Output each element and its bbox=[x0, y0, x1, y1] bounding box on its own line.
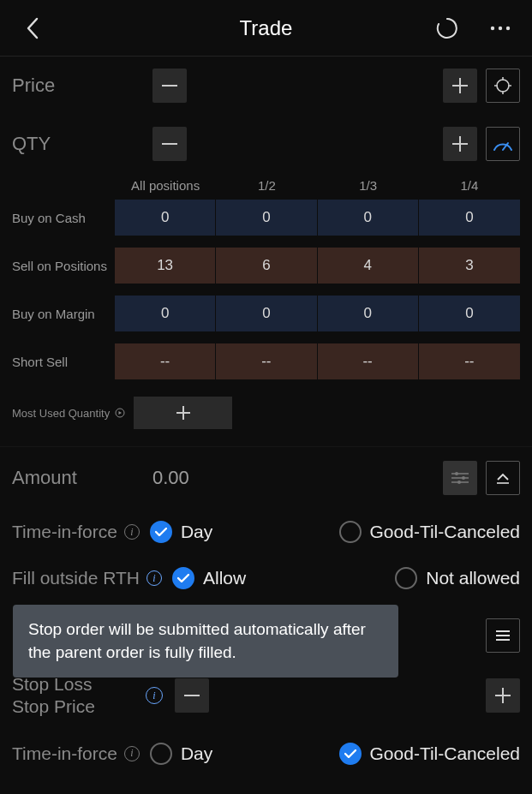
radio-unchecked-icon bbox=[395, 567, 417, 589]
quantity-cell[interactable]: 6 bbox=[216, 248, 317, 284]
col-all: All positions bbox=[115, 178, 216, 193]
info-icon[interactable]: i bbox=[124, 746, 140, 761]
ellipsis-icon bbox=[490, 26, 511, 31]
quantity-cell[interactable]: 0 bbox=[216, 200, 317, 236]
info-icon[interactable]: i bbox=[146, 570, 162, 586]
fill-outside-label: Fill outside RTH i bbox=[12, 568, 162, 588]
quantity-cell[interactable]: 0 bbox=[216, 296, 317, 331]
quantity-cell[interactable]: 0 bbox=[115, 200, 216, 236]
col-1-4: 1/4 bbox=[419, 178, 520, 193]
page-title: Trade bbox=[240, 16, 293, 40]
stop-tif-option-day[interactable]: Day bbox=[150, 743, 212, 765]
most-used-label: Most Used Quantity bbox=[12, 407, 125, 420]
plus-icon bbox=[452, 78, 468, 93]
plus-icon bbox=[452, 136, 468, 152]
info-icon[interactable]: i bbox=[146, 687, 163, 704]
svg-point-0 bbox=[491, 26, 494, 29]
radio-unchecked-icon bbox=[150, 743, 172, 765]
price-minus-button[interactable] bbox=[152, 69, 187, 103]
radio-checked-icon bbox=[150, 521, 172, 543]
back-button[interactable] bbox=[15, 11, 50, 45]
quantity-row: Buy on Margin0000 bbox=[12, 296, 520, 331]
quantity-cell[interactable]: -- bbox=[216, 343, 317, 379]
amount-label: Amount bbox=[12, 467, 140, 489]
quantity-cell[interactable]: 0 bbox=[419, 296, 520, 331]
price-target-button[interactable] bbox=[486, 69, 520, 103]
menu-icon bbox=[494, 629, 511, 642]
refresh-button[interactable] bbox=[431, 11, 463, 45]
quantity-cell[interactable]: 13 bbox=[115, 248, 216, 284]
quantity-cell[interactable]: 4 bbox=[318, 248, 419, 284]
sliders-icon bbox=[451, 470, 469, 486]
qty-label: QTY bbox=[12, 133, 140, 155]
time-in-force-row: Time-in-force i Day Good-Til-Canceled bbox=[0, 509, 532, 555]
quantity-cell[interactable]: -- bbox=[318, 343, 419, 379]
svg-point-2 bbox=[506, 26, 510, 29]
amount-sliders-button[interactable] bbox=[443, 461, 477, 495]
quantity-row: Short Sell-------- bbox=[12, 343, 520, 379]
crosshair-icon bbox=[493, 75, 513, 96]
svg-rect-3 bbox=[162, 85, 177, 87]
gauge-icon bbox=[492, 135, 514, 152]
quantity-cell[interactable]: 0 bbox=[115, 296, 216, 331]
quantity-cell[interactable]: 3 bbox=[419, 248, 520, 284]
stop-loss-label: Stop Loss Stop Price bbox=[12, 673, 140, 719]
header: Trade bbox=[0, 0, 532, 57]
chevron-up-box-icon bbox=[494, 471, 511, 485]
quantity-row: Buy on Cash0000 bbox=[12, 200, 520, 236]
qty-gauge-button[interactable] bbox=[486, 127, 520, 161]
tif-option-day[interactable]: Day bbox=[150, 521, 212, 543]
quantity-row: Sell on Positions13643 bbox=[12, 248, 520, 284]
radio-checked-icon bbox=[339, 743, 362, 765]
plus-icon bbox=[176, 406, 190, 420]
fill-outside-rth-row: Fill outside RTH i Allow Not allowed bbox=[0, 555, 532, 601]
quantity-cell[interactable]: -- bbox=[115, 343, 216, 379]
svg-rect-5 bbox=[162, 143, 177, 145]
col-1-3: 1/3 bbox=[318, 178, 419, 193]
amount-collapse-button[interactable] bbox=[486, 461, 520, 495]
price-plus-button[interactable] bbox=[443, 69, 477, 103]
svg-point-9 bbox=[455, 472, 458, 475]
attached-order-menu-button[interactable] bbox=[486, 618, 520, 653]
expand-icon bbox=[115, 408, 125, 418]
amount-row: Amount 0.00 bbox=[0, 446, 532, 509]
stop-price-minus-button[interactable] bbox=[175, 678, 209, 713]
quantity-cell[interactable]: 0 bbox=[318, 296, 419, 331]
radio-checked-icon bbox=[172, 567, 194, 589]
qty-minus-button[interactable] bbox=[152, 127, 187, 161]
price-row: Price bbox=[0, 57, 532, 115]
tif-label: Time-in-force i bbox=[12, 522, 140, 542]
quantity-cell[interactable]: -- bbox=[419, 343, 520, 379]
quantity-cell[interactable]: 0 bbox=[318, 200, 419, 236]
fill-option-not-allowed[interactable]: Not allowed bbox=[395, 567, 520, 589]
quantity-row-label: Short Sell bbox=[12, 355, 115, 369]
qty-row: QTY bbox=[0, 115, 532, 173]
tooltip: Stop order will be submitted automatical… bbox=[13, 605, 398, 678]
fill-option-allow[interactable]: Allow bbox=[172, 567, 246, 589]
svg-point-4 bbox=[497, 80, 509, 92]
minus-icon bbox=[162, 85, 177, 87]
amount-value: 0.00 bbox=[152, 467, 189, 489]
more-button[interactable] bbox=[484, 11, 517, 45]
info-icon[interactable]: i bbox=[124, 524, 140, 540]
quantity-row-label: Sell on Positions bbox=[12, 259, 115, 273]
col-1-2: 1/2 bbox=[216, 178, 317, 193]
minus-icon bbox=[162, 143, 177, 145]
chevron-left-icon bbox=[25, 16, 40, 40]
add-most-used-button[interactable] bbox=[134, 397, 232, 429]
quantity-table-header: All positions 1/2 1/3 1/4 bbox=[12, 178, 520, 193]
quantity-cell[interactable]: 0 bbox=[419, 200, 520, 236]
svg-point-1 bbox=[499, 26, 502, 29]
svg-rect-18 bbox=[184, 695, 200, 696]
stop-price-plus-button[interactable] bbox=[486, 678, 520, 713]
qty-plus-button[interactable] bbox=[443, 127, 477, 161]
stop-tif-option-gtc[interactable]: Good-Til-Canceled bbox=[339, 743, 520, 765]
stop-tif-label: Time-in-force i bbox=[12, 743, 140, 764]
minus-icon bbox=[184, 695, 200, 696]
svg-point-11 bbox=[462, 476, 465, 480]
stop-loss-price-row: Stop Loss Stop Price i bbox=[0, 670, 532, 731]
stop-tif-row: Time-in-force i Day Good-Til-Canceled bbox=[0, 731, 532, 777]
most-used-row: Most Used Quantity bbox=[0, 393, 532, 446]
tif-option-gtc[interactable]: Good-Til-Canceled bbox=[339, 521, 520, 543]
refresh-icon bbox=[436, 17, 458, 39]
